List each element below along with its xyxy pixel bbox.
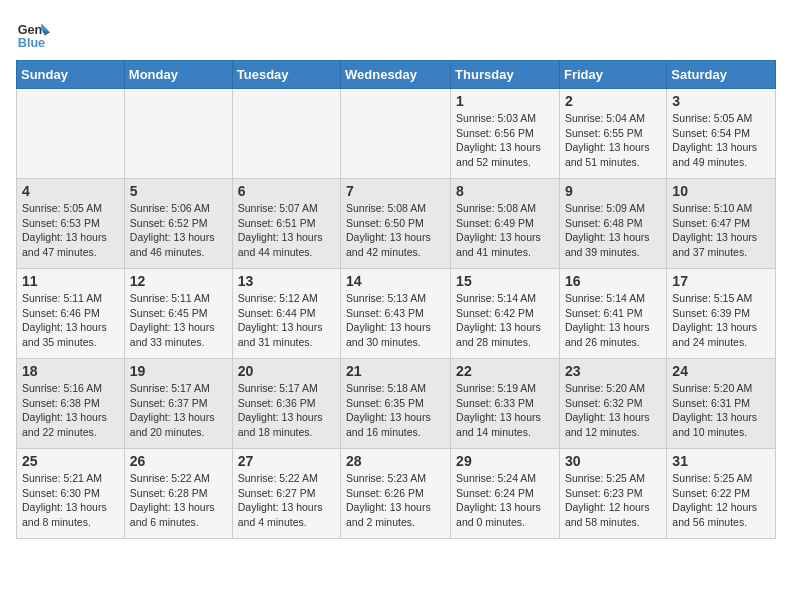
cell-info: Daylight: 13 hours	[22, 320, 119, 335]
cell-info: Sunset: 6:27 PM	[238, 486, 335, 501]
cell-info: and 33 minutes.	[130, 335, 227, 350]
cell-info: Sunrise: 5:13 AM	[346, 291, 445, 306]
cell-info: Sunset: 6:48 PM	[565, 216, 661, 231]
week-row-4: 18Sunrise: 5:16 AMSunset: 6:38 PMDayligh…	[17, 359, 776, 449]
calendar-cell: 27Sunrise: 5:22 AMSunset: 6:27 PMDayligh…	[232, 449, 340, 539]
cell-info: and 52 minutes.	[456, 155, 554, 170]
calendar-cell: 31Sunrise: 5:25 AMSunset: 6:22 PMDayligh…	[667, 449, 776, 539]
day-number: 5	[130, 183, 227, 199]
cell-info: and 47 minutes.	[22, 245, 119, 260]
cell-info: Sunrise: 5:10 AM	[672, 201, 770, 216]
cell-info: Daylight: 13 hours	[130, 500, 227, 515]
cell-info: Sunrise: 5:04 AM	[565, 111, 661, 126]
day-number: 11	[22, 273, 119, 289]
cell-info: and 58 minutes.	[565, 515, 661, 530]
page-header: Gen Blue	[16, 16, 776, 52]
cell-info: Sunrise: 5:05 AM	[22, 201, 119, 216]
cell-info: and 49 minutes.	[672, 155, 770, 170]
calendar-cell	[232, 89, 340, 179]
cell-info: Sunrise: 5:05 AM	[672, 111, 770, 126]
cell-info: and 46 minutes.	[130, 245, 227, 260]
cell-info: and 37 minutes.	[672, 245, 770, 260]
calendar-cell: 15Sunrise: 5:14 AMSunset: 6:42 PMDayligh…	[451, 269, 560, 359]
cell-info: and 56 minutes.	[672, 515, 770, 530]
week-row-3: 11Sunrise: 5:11 AMSunset: 6:46 PMDayligh…	[17, 269, 776, 359]
cell-info: and 28 minutes.	[456, 335, 554, 350]
cell-info: Sunset: 6:24 PM	[456, 486, 554, 501]
day-number: 26	[130, 453, 227, 469]
calendar-cell: 16Sunrise: 5:14 AMSunset: 6:41 PMDayligh…	[559, 269, 666, 359]
cell-info: Sunset: 6:44 PM	[238, 306, 335, 321]
cell-info: Daylight: 13 hours	[672, 230, 770, 245]
cell-info: and 2 minutes.	[346, 515, 445, 530]
cell-info: Sunset: 6:30 PM	[22, 486, 119, 501]
day-number: 15	[456, 273, 554, 289]
day-number: 30	[565, 453, 661, 469]
cell-info: Sunset: 6:38 PM	[22, 396, 119, 411]
cell-info: Sunset: 6:49 PM	[456, 216, 554, 231]
cell-info: and 44 minutes.	[238, 245, 335, 260]
cell-info: and 42 minutes.	[346, 245, 445, 260]
day-number: 12	[130, 273, 227, 289]
cell-info: Sunset: 6:22 PM	[672, 486, 770, 501]
cell-info: Sunset: 6:41 PM	[565, 306, 661, 321]
cell-info: and 31 minutes.	[238, 335, 335, 350]
cell-info: Daylight: 13 hours	[238, 410, 335, 425]
cell-info: and 30 minutes.	[346, 335, 445, 350]
cell-info: Sunset: 6:42 PM	[456, 306, 554, 321]
cell-info: Daylight: 13 hours	[130, 410, 227, 425]
calendar-cell: 22Sunrise: 5:19 AMSunset: 6:33 PMDayligh…	[451, 359, 560, 449]
cell-info: Daylight: 13 hours	[565, 320, 661, 335]
calendar-table: SundayMondayTuesdayWednesdayThursdayFrid…	[16, 60, 776, 539]
svg-text:Blue: Blue	[18, 36, 45, 50]
calendar-header: SundayMondayTuesdayWednesdayThursdayFrid…	[17, 61, 776, 89]
cell-info: Daylight: 13 hours	[672, 410, 770, 425]
cell-info: Sunrise: 5:19 AM	[456, 381, 554, 396]
day-number: 23	[565, 363, 661, 379]
calendar-cell: 19Sunrise: 5:17 AMSunset: 6:37 PMDayligh…	[124, 359, 232, 449]
cell-info: Sunrise: 5:18 AM	[346, 381, 445, 396]
cell-info: and 4 minutes.	[238, 515, 335, 530]
day-number: 1	[456, 93, 554, 109]
cell-info: Sunrise: 5:22 AM	[238, 471, 335, 486]
calendar-cell	[124, 89, 232, 179]
day-number: 3	[672, 93, 770, 109]
cell-info: Sunrise: 5:17 AM	[130, 381, 227, 396]
cell-info: Sunrise: 5:20 AM	[672, 381, 770, 396]
cell-info: and 26 minutes.	[565, 335, 661, 350]
logo: Gen Blue	[16, 16, 56, 52]
cell-info: Daylight: 13 hours	[346, 410, 445, 425]
day-number: 25	[22, 453, 119, 469]
calendar-cell: 13Sunrise: 5:12 AMSunset: 6:44 PMDayligh…	[232, 269, 340, 359]
cell-info: and 18 minutes.	[238, 425, 335, 440]
cell-info: Sunset: 6:37 PM	[130, 396, 227, 411]
cell-info: Sunrise: 5:24 AM	[456, 471, 554, 486]
cell-info: Sunset: 6:56 PM	[456, 126, 554, 141]
cell-info: Sunrise: 5:25 AM	[565, 471, 661, 486]
header-row: SundayMondayTuesdayWednesdayThursdayFrid…	[17, 61, 776, 89]
cell-info: Sunrise: 5:25 AM	[672, 471, 770, 486]
day-number: 8	[456, 183, 554, 199]
cell-info: Sunset: 6:39 PM	[672, 306, 770, 321]
cell-info: Sunrise: 5:08 AM	[346, 201, 445, 216]
header-friday: Friday	[559, 61, 666, 89]
cell-info: Sunrise: 5:14 AM	[565, 291, 661, 306]
day-number: 31	[672, 453, 770, 469]
day-number: 27	[238, 453, 335, 469]
calendar-cell: 30Sunrise: 5:25 AMSunset: 6:23 PMDayligh…	[559, 449, 666, 539]
cell-info: and 10 minutes.	[672, 425, 770, 440]
cell-info: Sunrise: 5:07 AM	[238, 201, 335, 216]
header-saturday: Saturday	[667, 61, 776, 89]
calendar-cell: 26Sunrise: 5:22 AMSunset: 6:28 PMDayligh…	[124, 449, 232, 539]
cell-info: Daylight: 13 hours	[238, 230, 335, 245]
week-row-1: 1Sunrise: 5:03 AMSunset: 6:56 PMDaylight…	[17, 89, 776, 179]
cell-info: and 12 minutes.	[565, 425, 661, 440]
cell-info: Sunset: 6:33 PM	[456, 396, 554, 411]
header-sunday: Sunday	[17, 61, 125, 89]
cell-info: Daylight: 13 hours	[565, 140, 661, 155]
calendar-cell: 25Sunrise: 5:21 AMSunset: 6:30 PMDayligh…	[17, 449, 125, 539]
calendar-cell: 24Sunrise: 5:20 AMSunset: 6:31 PMDayligh…	[667, 359, 776, 449]
calendar-cell: 6Sunrise: 5:07 AMSunset: 6:51 PMDaylight…	[232, 179, 340, 269]
cell-info: Sunset: 6:45 PM	[130, 306, 227, 321]
cell-info: Sunset: 6:32 PM	[565, 396, 661, 411]
